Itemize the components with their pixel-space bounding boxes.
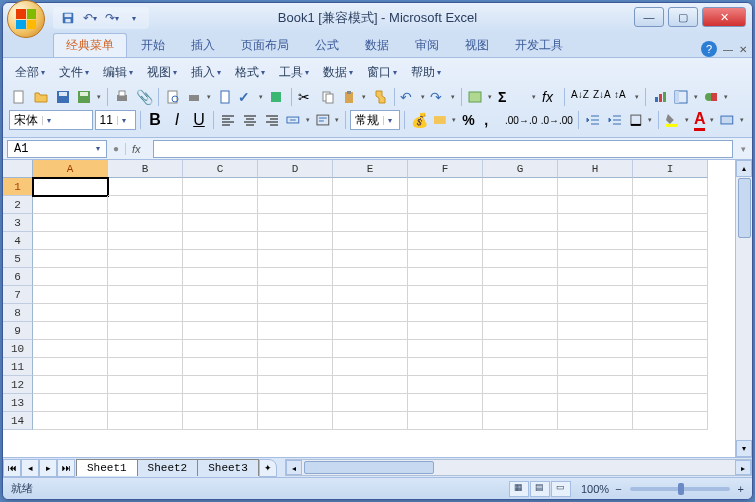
function-button[interactable]: fx (540, 87, 560, 107)
cell-F13[interactable] (408, 394, 483, 412)
cell-D12[interactable] (258, 376, 333, 394)
cell-H6[interactable] (558, 268, 633, 286)
cell-D14[interactable] (258, 412, 333, 430)
cell-D3[interactable] (258, 214, 333, 232)
cell-E1[interactable] (333, 178, 408, 196)
cell-I7[interactable] (633, 286, 708, 304)
cell-I14[interactable] (633, 412, 708, 430)
cell-G12[interactable] (483, 376, 558, 394)
row-header-8[interactable]: 8 (3, 304, 33, 322)
save-as-button[interactable] (75, 87, 103, 107)
cell-C12[interactable] (183, 376, 258, 394)
vscroll-thumb[interactable] (738, 178, 751, 238)
copy-button[interactable] (318, 87, 338, 107)
cell-B1[interactable] (108, 178, 183, 196)
align-right-button[interactable] (262, 110, 282, 130)
cell-G3[interactable] (483, 214, 558, 232)
scroll-down-button[interactable]: ▾ (736, 440, 752, 457)
minimize-button[interactable]: — (634, 7, 664, 27)
sheet-prev-button[interactable]: ◂ (21, 459, 39, 477)
ribbon-tab-6[interactable]: 审阅 (403, 34, 451, 57)
cell-C4[interactable] (183, 232, 258, 250)
cell-E4[interactable] (333, 232, 408, 250)
cell-I11[interactable] (633, 358, 708, 376)
number-format-combo[interactable]: 常规▾ (350, 110, 399, 130)
office-button[interactable] (7, 0, 45, 38)
cell-C7[interactable] (183, 286, 258, 304)
cell-D10[interactable] (258, 340, 333, 358)
cell-A3[interactable] (33, 214, 108, 232)
zoom-in-button[interactable]: + (738, 483, 744, 495)
accounting-button[interactable] (431, 110, 459, 130)
redo-button[interactable]: ↷▾ (103, 9, 121, 27)
row-header-1[interactable]: 1 (3, 178, 33, 196)
cell-E5[interactable] (333, 250, 408, 268)
cell-D2[interactable] (258, 196, 333, 214)
menu-0[interactable]: 全部 ▾ (9, 62, 51, 83)
ribbon-tab-8[interactable]: 开发工具 (503, 34, 575, 57)
italic-button[interactable]: I (167, 110, 187, 130)
row-header-9[interactable]: 9 (3, 322, 33, 340)
scroll-right-button[interactable]: ▸ (735, 460, 751, 475)
cell-B12[interactable] (108, 376, 183, 394)
cell-E9[interactable] (333, 322, 408, 340)
cell-I12[interactable] (633, 376, 708, 394)
row-header-11[interactable]: 11 (3, 358, 33, 376)
cell-I3[interactable] (633, 214, 708, 232)
col-header-I[interactable]: I (633, 160, 708, 178)
cell-C11[interactable] (183, 358, 258, 376)
cell-H7[interactable] (558, 286, 633, 304)
cell-G8[interactable] (483, 304, 558, 322)
cell-D6[interactable] (258, 268, 333, 286)
cell-G10[interactable] (483, 340, 558, 358)
menu-3[interactable]: 视图 ▾ (141, 62, 183, 83)
col-header-H[interactable]: H (558, 160, 633, 178)
fx-icon[interactable]: fx (125, 143, 147, 155)
sort-desc-button[interactable]: Z↓A (591, 87, 611, 107)
cell-A4[interactable] (33, 232, 108, 250)
cell-B4[interactable] (108, 232, 183, 250)
quick-print-button[interactable] (185, 87, 213, 107)
normal-view-button[interactable]: ▦ (509, 481, 529, 497)
col-header-G[interactable]: G (483, 160, 558, 178)
underline-button[interactable]: U (189, 110, 209, 130)
cell-H3[interactable] (558, 214, 633, 232)
cell-A13[interactable] (33, 394, 108, 412)
cell-E3[interactable] (333, 214, 408, 232)
cell-E11[interactable] (333, 358, 408, 376)
cell-G5[interactable] (483, 250, 558, 268)
ribbon-tab-0[interactable]: 经典菜单 (53, 33, 127, 57)
paste-button[interactable] (340, 87, 368, 107)
cell-C10[interactable] (183, 340, 258, 358)
cell-C1[interactable] (183, 178, 258, 196)
zoom-out-button[interactable]: − (615, 483, 621, 495)
cell-E13[interactable] (333, 394, 408, 412)
cell-F8[interactable] (408, 304, 483, 322)
cell-C3[interactable] (183, 214, 258, 232)
decrease-decimal-button[interactable]: .0→.00 (540, 110, 574, 130)
col-header-B[interactable]: B (108, 160, 183, 178)
cell-G2[interactable] (483, 196, 558, 214)
cell-E8[interactable] (333, 304, 408, 322)
row-header-5[interactable]: 5 (3, 250, 33, 268)
row-header-13[interactable]: 13 (3, 394, 33, 412)
sort-asc-button[interactable]: A↓Z (569, 87, 589, 107)
ribbon-tab-4[interactable]: 公式 (303, 34, 351, 57)
increase-decimal-button[interactable]: .00→.0 (504, 110, 538, 130)
sheet-next-button[interactable]: ▸ (39, 459, 57, 477)
format-painter-button[interactable] (370, 87, 390, 107)
cell-H5[interactable] (558, 250, 633, 268)
cell-I5[interactable] (633, 250, 708, 268)
hscroll-thumb[interactable] (304, 461, 434, 474)
cell-B3[interactable] (108, 214, 183, 232)
chart-button[interactable] (650, 87, 670, 107)
cell-F2[interactable] (408, 196, 483, 214)
autosum-button[interactable]: Σ (496, 87, 516, 107)
cell-B14[interactable] (108, 412, 183, 430)
page-setup-button[interactable] (215, 87, 235, 107)
cell-H9[interactable] (558, 322, 633, 340)
wrap-text-button[interactable] (314, 110, 342, 130)
cell-H10[interactable] (558, 340, 633, 358)
cell-D5[interactable] (258, 250, 333, 268)
cell-H2[interactable] (558, 196, 633, 214)
